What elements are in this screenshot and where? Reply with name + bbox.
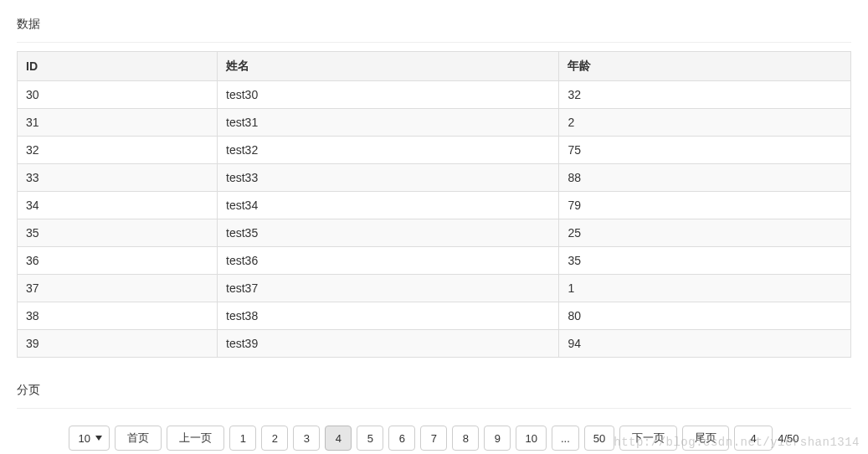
table-row: 33test3388 bbox=[18, 164, 851, 192]
table-row: 31test312 bbox=[18, 109, 851, 137]
cell-id: 39 bbox=[18, 330, 218, 358]
page-number-button[interactable]: 8 bbox=[452, 426, 479, 451]
table-header-row: ID 姓名 年龄 bbox=[18, 52, 851, 81]
page-number-button[interactable]: 2 bbox=[261, 426, 288, 451]
cell-age: 75 bbox=[559, 137, 851, 164]
cell-name: test38 bbox=[218, 302, 559, 330]
page-number-button[interactable]: 7 bbox=[420, 426, 447, 451]
header-age: 年龄 bbox=[559, 52, 851, 81]
cell-name: test36 bbox=[218, 247, 559, 275]
pagination: 10 首页 上一页 1 2 3 4 5 6 7 8 9 10 ... 50 下一… bbox=[69, 426, 799, 451]
table-row: 32test3275 bbox=[18, 137, 851, 164]
section-title-pagination: 分页 bbox=[17, 383, 851, 398]
divider bbox=[17, 42, 851, 43]
prev-page-button[interactable]: 上一页 bbox=[167, 426, 224, 451]
page-input[interactable] bbox=[734, 426, 773, 451]
cell-id: 30 bbox=[18, 81, 218, 109]
cell-id: 32 bbox=[18, 137, 218, 164]
header-name: 姓名 bbox=[218, 52, 559, 81]
table-row: 34test3479 bbox=[18, 192, 851, 219]
table-row: 30test3032 bbox=[18, 81, 851, 109]
cell-id: 31 bbox=[18, 109, 218, 137]
page-number-button[interactable]: 9 bbox=[484, 426, 511, 451]
cell-age: 1 bbox=[559, 275, 851, 302]
cell-id: 36 bbox=[18, 247, 218, 275]
pagination-container: 10 首页 上一页 1 2 3 4 5 6 7 8 9 10 ... 50 下一… bbox=[17, 417, 851, 454]
cell-age: 32 bbox=[559, 81, 851, 109]
last-page-button[interactable]: 尾页 bbox=[682, 426, 729, 451]
cell-age: 35 bbox=[559, 247, 851, 275]
cell-name: test35 bbox=[218, 219, 559, 247]
page-ellipsis: ... bbox=[552, 426, 579, 451]
cell-id: 37 bbox=[18, 275, 218, 302]
cell-age: 88 bbox=[559, 164, 851, 192]
header-id: ID bbox=[18, 52, 218, 81]
cell-age: 94 bbox=[559, 330, 851, 358]
first-page-button[interactable]: 首页 bbox=[115, 426, 162, 451]
table-row: 38test3880 bbox=[18, 302, 851, 330]
page-number-button[interactable]: 1 bbox=[229, 426, 256, 451]
cell-name: test39 bbox=[218, 330, 559, 358]
page-number-button[interactable]: 10 bbox=[516, 426, 546, 451]
cell-name: test33 bbox=[218, 164, 559, 192]
cell-name: test31 bbox=[218, 109, 559, 137]
table-row: 36test3635 bbox=[18, 247, 851, 275]
cell-age: 2 bbox=[559, 109, 851, 137]
cell-age: 79 bbox=[559, 192, 851, 219]
cell-id: 33 bbox=[18, 164, 218, 192]
page-number-button[interactable]: 3 bbox=[293, 426, 320, 451]
page-info: 4/50 bbox=[778, 432, 799, 445]
page-size-select[interactable]: 10 bbox=[69, 426, 110, 451]
page-number-button-current[interactable]: 4 bbox=[325, 426, 352, 451]
divider bbox=[17, 408, 851, 409]
table-row: 35test3525 bbox=[18, 219, 851, 247]
page-number-button-last[interactable]: 50 bbox=[584, 426, 614, 451]
cell-name: test32 bbox=[218, 137, 559, 164]
table-row: 39test3994 bbox=[18, 330, 851, 358]
cell-age: 80 bbox=[559, 302, 851, 330]
cell-name: test37 bbox=[218, 275, 559, 302]
next-page-button[interactable]: 下一页 bbox=[619, 426, 677, 451]
section-title-data: 数据 bbox=[17, 17, 851, 32]
table-row: 37test371 bbox=[18, 275, 851, 302]
cell-id: 38 bbox=[18, 302, 218, 330]
cell-age: 25 bbox=[559, 219, 851, 247]
cell-id: 35 bbox=[18, 219, 218, 247]
cell-name: test34 bbox=[218, 192, 559, 219]
cell-name: test30 bbox=[218, 81, 559, 109]
page-number-button[interactable]: 6 bbox=[388, 426, 415, 451]
cell-id: 34 bbox=[18, 192, 218, 219]
data-table: ID 姓名 年龄 30test3032 31test312 32test3275… bbox=[17, 51, 851, 358]
page-number-button[interactable]: 5 bbox=[357, 426, 383, 451]
